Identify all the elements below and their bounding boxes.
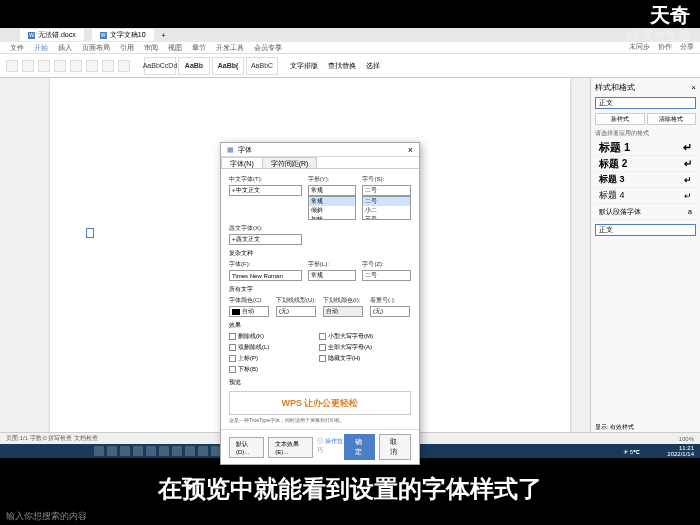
list-icon[interactable] [118, 60, 130, 72]
tips-link[interactable]: ⓘ 操作技巧 [317, 437, 344, 458]
ct-style-input[interactable] [308, 270, 357, 281]
en-font-input[interactable] [229, 234, 302, 245]
style-h3[interactable]: AaBbC [246, 57, 278, 75]
ct-font-input[interactable] [229, 270, 302, 281]
menu-view[interactable]: 视图 [168, 43, 182, 53]
chk-super[interactable] [229, 355, 236, 362]
underline-select[interactable]: (无) [276, 306, 316, 317]
edge-icon[interactable] [146, 446, 156, 456]
dialog-body: 中文字体(T): 字形(Y): 常规 倾斜 加粗 字号(S): [221, 169, 419, 429]
style-item-h1[interactable]: 标题 1↵ [595, 140, 696, 156]
menu-dev[interactable]: 开发工具 [216, 43, 244, 53]
new-style-button[interactable]: 新样式 [595, 113, 645, 125]
style-list[interactable]: 常规 倾斜 加粗 [308, 196, 357, 220]
ribbon-toolbar: AaBbCcDd AaBb AaBb( AaBbC 文字排版 查找替换 选择 [0, 54, 700, 78]
bold-icon[interactable] [38, 60, 50, 72]
menu-layout[interactable]: 页面布局 [82, 43, 110, 53]
chk-smallcaps[interactable] [319, 333, 326, 340]
zoom-level[interactable]: 100% [679, 436, 694, 442]
en-font-label: 西文字体(X): [229, 224, 302, 233]
ucolor-label: 下划线颜色(I): [323, 296, 364, 305]
menu-review[interactable]: 审阅 [144, 43, 158, 53]
para-icon: ↵ [683, 141, 692, 154]
para-icon: ↵ [684, 158, 692, 169]
style-item-h3[interactable]: 标题 3↵ [595, 172, 696, 188]
size-list[interactable]: 二号 小二 三号 [362, 196, 411, 220]
underline-icon[interactable] [70, 60, 82, 72]
menu-section[interactable]: 章节 [192, 43, 206, 53]
menu-ref[interactable]: 引用 [120, 43, 134, 53]
preview-section: 预览 [229, 378, 411, 387]
close-icon[interactable]: × [408, 145, 413, 155]
color-select[interactable]: 自动 [229, 306, 269, 317]
clear-format-button[interactable]: 清除格式 [647, 113, 697, 125]
screen-capture: W无法错.docx W文字文稿10 + 文件 开始 插入 页面布局 引用 审阅 … [0, 28, 700, 458]
color-icon[interactable] [86, 60, 98, 72]
tab-spacing[interactable]: 字符间距(R) [262, 157, 318, 168]
style-h2[interactable]: AaBb( [212, 57, 244, 75]
tab-doc2[interactable]: W文字文稿10 [92, 29, 154, 41]
watermark-sub: ◎ 天奇生活 [627, 28, 690, 45]
underline-label: 下划线线型(U): [276, 296, 317, 305]
menu-start[interactable]: 开始 [34, 43, 48, 53]
start-icon[interactable] [94, 446, 104, 456]
dialog-titlebar[interactable]: ▦ 字体 × [221, 143, 419, 157]
style-item-default[interactable]: 默认段落字体a [595, 204, 696, 220]
panel-close-icon[interactable]: × [691, 83, 696, 92]
taskview-icon[interactable] [120, 446, 130, 456]
chk-hidden[interactable] [319, 355, 326, 362]
style-input[interactable] [308, 185, 357, 196]
text-layout-btn[interactable]: 文字排版 [290, 61, 318, 71]
emphasis-label: 着重号(·): [370, 296, 411, 305]
emphasis-select[interactable]: (无) [370, 306, 410, 317]
color-label: 字体颜色(C): [229, 296, 270, 305]
font-dialog: ▦ 字体 × 字体(N) 字符间距(R) 中文字体(T): 字形(Y): 常规 [220, 142, 420, 465]
app-icon[interactable] [172, 446, 182, 456]
app-icon[interactable] [159, 446, 169, 456]
tab-add[interactable]: + [162, 32, 166, 39]
menu-insert[interactable]: 插入 [58, 43, 72, 53]
menu-vip[interactable]: 会员专享 [254, 43, 282, 53]
align-icon[interactable] [102, 60, 114, 72]
cancel-button[interactable]: 取消 [379, 434, 411, 460]
size-input[interactable] [362, 185, 411, 196]
page-thumb-icon[interactable] [86, 228, 94, 238]
app-icon[interactable] [185, 446, 195, 456]
style-h1[interactable]: AaBb [178, 57, 210, 75]
cut-icon[interactable] [22, 60, 34, 72]
menu-file[interactable]: 文件 [10, 43, 24, 53]
italic-icon[interactable] [54, 60, 66, 72]
chk-sub[interactable] [229, 366, 236, 373]
search-placeholder[interactable]: 输入你想搜索的内容 [6, 510, 87, 523]
ct-size-input[interactable] [362, 270, 411, 281]
ucolor-select[interactable]: 自动 [323, 306, 363, 317]
chk-dstrike[interactable] [229, 344, 236, 351]
chk-allcaps[interactable] [319, 344, 326, 351]
paste-icon[interactable] [6, 60, 18, 72]
clock[interactable]: 11:212022/1/14 [667, 445, 694, 457]
style-normal-select[interactable] [595, 224, 696, 236]
explorer-icon[interactable] [133, 446, 143, 456]
effects-group: 删除线(K) 小型大写字母(M) 双删除线(L) 全部大写字母(A) 上标(P)… [229, 332, 411, 374]
ribbon-menu: 文件 开始 插入 页面布局 引用 审阅 视图 章节 开发工具 会员专享 未同步 … [0, 42, 700, 54]
current-style-input[interactable] [595, 97, 696, 109]
style-normal[interactable]: AaBbCcDd [144, 57, 176, 75]
chk-strike[interactable] [229, 333, 236, 340]
find-replace-btn[interactable]: 查找替换 [328, 61, 356, 71]
panel-title: 样式和格式 × [595, 82, 696, 93]
wechat-icon[interactable] [198, 446, 208, 456]
search-icon[interactable] [107, 446, 117, 456]
style-item-h2[interactable]: 标题 2↵ [595, 156, 696, 172]
weather-widget[interactable]: ☀ 5℃ [623, 448, 640, 455]
video-subtitle: 在预览中就能看到设置的字体样式了 [0, 473, 700, 505]
texteffect-button[interactable]: 文本效果(E)... [268, 437, 313, 458]
style-item-h4[interactable]: 标题 4↵ [595, 188, 696, 204]
tab-font[interactable]: 字体(N) [221, 157, 263, 168]
show-filter[interactable]: 显示: 有效样式 [595, 423, 696, 432]
tab-doc1[interactable]: W无法错.docx [20, 29, 84, 41]
ok-button[interactable]: 确定 [344, 434, 376, 460]
zh-font-input[interactable] [229, 185, 302, 196]
default-button[interactable]: 默认(D)... [229, 437, 264, 458]
select-btn[interactable]: 选择 [366, 61, 380, 71]
preview-note: 这是一种TrueType字体，同时适用于屏幕和打印机。 [229, 417, 411, 423]
